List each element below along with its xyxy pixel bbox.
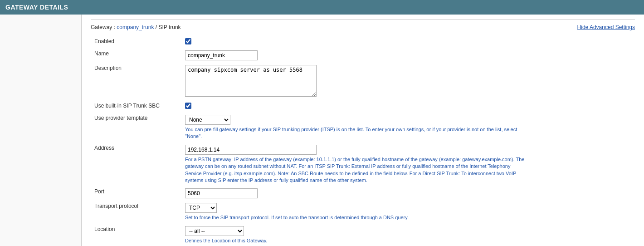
transport-field: TCP UDP TLS auto Set to force the SIP tr…: [181, 201, 635, 223]
sidebar: [0, 15, 82, 246]
main-content: Gateway : company_trunk / SIP trunk Hide…: [82, 15, 644, 246]
description-textarea[interactable]: company sipxcom server as user 5568: [185, 65, 317, 97]
hide-advanced-settings-button[interactable]: Hide Advanced Settings: [577, 24, 635, 30]
breadcrumb-prefix: Gateway :: [91, 24, 117, 30]
location-help-text: Defines the Location of this Gateway.: [185, 237, 525, 244]
location-select[interactable]: -- all --: [185, 226, 244, 236]
address-row: Address For a PSTN gateway: IP address o…: [91, 143, 635, 187]
name-field: [181, 48, 635, 63]
use-builtin-row: Use built-in SIP Trunk SBC: [91, 100, 635, 113]
page-title: GATEWAY DETAILS: [5, 4, 68, 11]
description-row: Description company sipxcom server as us…: [91, 63, 635, 100]
form-table: Enabled Name Description compan: [91, 36, 635, 246]
provider-row: Use provider template None You can pre-f…: [91, 113, 635, 143]
port-label: Port: [91, 186, 181, 201]
name-row: Name: [91, 48, 635, 63]
port-input[interactable]: [185, 188, 258, 198]
port-row: Port: [91, 186, 635, 201]
description-field: company sipxcom server as user 5568: [181, 63, 635, 100]
location-row: Location -- all -- Defines the Location …: [91, 224, 635, 246]
transport-help-text: Set to force the SIP transport protocol.…: [185, 214, 525, 221]
location-field: -- all -- Defines the Location of this G…: [181, 224, 635, 246]
transport-row: Transport protocol TCP UDP TLS auto Set …: [91, 201, 635, 223]
name-label: Name: [91, 48, 181, 63]
use-builtin-label: Use built-in SIP Trunk SBC: [91, 100, 181, 113]
breadcrumb-suffix: / SIP trunk: [156, 24, 181, 30]
use-builtin-checkbox[interactable]: [185, 103, 191, 109]
provider-field: None You can pre-fill gateway settings i…: [181, 113, 635, 143]
location-label: Location: [91, 224, 181, 246]
provider-help-text: You can pre-fill gateway settings if you…: [185, 126, 525, 140]
enabled-field: [181, 36, 635, 48]
page-header: GATEWAY DETAILS: [0, 0, 644, 15]
breadcrumb-link[interactable]: company_trunk: [117, 24, 154, 30]
breadcrumb: Gateway : company_trunk / SIP trunk: [91, 24, 181, 30]
provider-label: Use provider template: [91, 113, 181, 143]
enabled-checkbox[interactable]: [185, 38, 191, 44]
transport-label: Transport protocol: [91, 201, 181, 223]
name-input[interactable]: [185, 50, 258, 60]
address-help-text: For a PSTN gateway: IP address of the ga…: [185, 156, 525, 184]
description-label: Description: [91, 63, 181, 100]
use-builtin-field: [181, 100, 635, 113]
enabled-row: Enabled: [91, 36, 635, 48]
port-field: [181, 186, 635, 201]
provider-select[interactable]: None: [185, 115, 230, 125]
enabled-label: Enabled: [91, 36, 181, 48]
address-input[interactable]: [185, 145, 317, 155]
transport-select[interactable]: TCP UDP TLS auto: [185, 203, 217, 213]
address-label: Address: [91, 143, 181, 187]
address-field: For a PSTN gateway: IP address of the ga…: [181, 143, 635, 187]
breadcrumb-row: Gateway : company_trunk / SIP trunk Hide…: [91, 24, 635, 30]
